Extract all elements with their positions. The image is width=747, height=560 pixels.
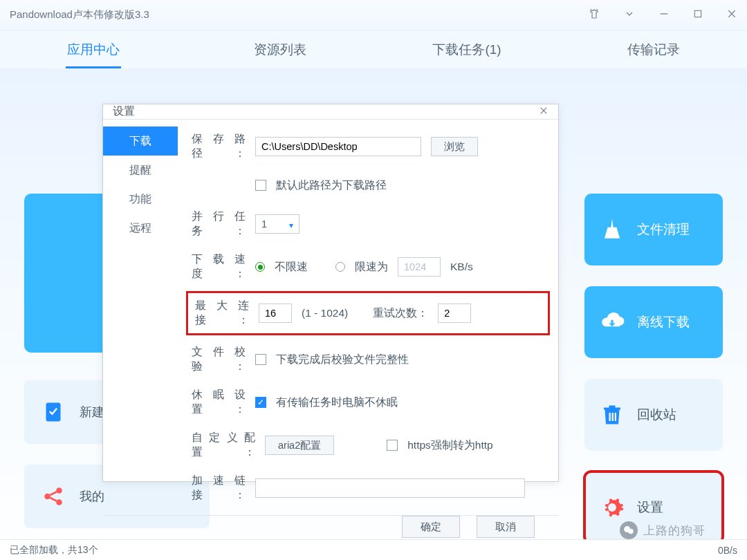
browse-button[interactable]: 浏览 xyxy=(431,137,478,156)
file-clean-card[interactable]: 文件清理 xyxy=(584,194,723,265)
dialog-header: 设置 xyxy=(103,104,558,120)
speed-limit-radio[interactable] xyxy=(335,262,345,272)
accel-label: 加速链接： xyxy=(192,474,246,503)
tab-download-tasks[interactable]: 下载任务(1) xyxy=(374,41,560,59)
chevron-down-icon[interactable] xyxy=(624,8,635,22)
minimize-icon[interactable] xyxy=(658,8,670,22)
https-text: https强制转为http xyxy=(407,438,492,453)
file-clean-label: 文件清理 xyxy=(637,221,690,239)
highlighted-row: 最大连接： (1 - 1024) 重试次数： xyxy=(186,291,550,335)
side-tab-function[interactable]: 功能 xyxy=(103,185,178,214)
aria2-button[interactable]: aria2配置 xyxy=(265,436,334,455)
side-tab-download[interactable]: 下载 xyxy=(103,127,178,156)
svg-point-4 xyxy=(56,499,62,505)
verify-text: 下载完成后校验文件完整性 xyxy=(276,353,409,367)
dialog-close-icon[interactable] xyxy=(539,106,548,118)
cancel-button[interactable]: 取消 xyxy=(477,516,535,538)
side-tab-remote[interactable]: 远程 xyxy=(103,214,178,243)
ok-button[interactable]: 确定 xyxy=(402,516,460,538)
status-left: 已全部加载，共13个 xyxy=(10,544,98,557)
tab-transfer-log[interactable]: 传输记录 xyxy=(560,41,747,59)
verify-label: 文件校验： xyxy=(192,345,246,374)
window-title: Pandownload卢本伟修改版3.3 xyxy=(10,8,149,21)
offline-dl-label: 离线下载 xyxy=(637,313,690,331)
accel-input[interactable] xyxy=(255,478,525,498)
speed-label: 下载速度： xyxy=(192,252,246,281)
maxconn-label: 最大连接： xyxy=(195,299,249,328)
parallel-label: 并行任务： xyxy=(192,209,246,239)
custom-label: 自定义配置： xyxy=(192,431,255,460)
watermark: 上路的狗哥 xyxy=(620,521,706,539)
speed-limit-label: 限速为 xyxy=(355,260,388,274)
gear-icon xyxy=(598,494,626,521)
maxconn-range: (1 - 1024) xyxy=(302,307,348,319)
sleep-label: 休眠设置： xyxy=(192,388,246,417)
speed-limit-input[interactable] xyxy=(398,257,441,277)
wechat-icon xyxy=(620,521,638,539)
svg-rect-0 xyxy=(694,10,701,17)
default-path-checkbox[interactable] xyxy=(255,180,266,191)
clipboard-icon xyxy=(41,400,66,424)
settings-panel: 保存路径： 浏览 默认此路径为下载路径 并行任务： 1 下载速度： 不限速 限速… xyxy=(178,120,558,515)
watermark-text: 上路的狗哥 xyxy=(643,523,706,539)
dialog-footer: 确定 取消 xyxy=(103,515,558,538)
svg-point-2 xyxy=(44,494,50,500)
tab-resource-list[interactable]: 资源列表 xyxy=(187,41,374,59)
verify-checkbox[interactable] xyxy=(255,354,266,365)
speed-unit: KB/s xyxy=(450,261,473,273)
statusbar: 已全部加载，共13个 0B/s xyxy=(0,539,747,560)
default-path-label: 默认此路径为下载路径 xyxy=(276,178,387,193)
maximize-icon[interactable] xyxy=(693,9,703,21)
main-tabs: 应用中心 资源列表 下载任务(1) 传输记录 xyxy=(0,30,747,69)
sleep-text: 有传输任务时电脑不休眠 xyxy=(276,395,398,410)
broom-icon xyxy=(598,216,626,243)
settings-side-tabs: 下载 提醒 功能 远程 xyxy=(103,120,178,515)
trash-icon xyxy=(598,401,626,429)
retry-input[interactable] xyxy=(438,304,471,323)
status-speed: 0B/s xyxy=(718,545,737,556)
maxconn-input[interactable] xyxy=(259,304,292,323)
speed-unlimited-label: 不限速 xyxy=(275,260,308,274)
shirt-icon[interactable] xyxy=(588,8,600,23)
save-path-input[interactable] xyxy=(255,137,421,156)
save-path-label: 保存路径： xyxy=(192,132,246,161)
recycle-card[interactable]: 回收站 xyxy=(584,379,723,451)
settings-label: 设置 xyxy=(637,498,663,516)
sleep-checkbox[interactable]: ✓ xyxy=(255,397,266,408)
close-icon[interactable] xyxy=(726,8,737,22)
tab-app-center[interactable]: 应用中心 xyxy=(0,41,187,59)
recycle-label: 回收站 xyxy=(637,406,676,424)
titlebar: Pandownload卢本伟修改版3.3 xyxy=(0,0,747,30)
window-controls xyxy=(588,8,737,23)
share-icon xyxy=(41,484,66,509)
side-tab-remind[interactable]: 提醒 xyxy=(103,156,178,185)
offline-download-card[interactable]: 离线下载 xyxy=(584,286,723,358)
my-label: 我的 xyxy=(80,488,104,505)
retry-label: 重试次数： xyxy=(373,306,428,321)
parallel-select[interactable]: 1 xyxy=(255,214,299,234)
cloud-download-icon xyxy=(598,308,626,336)
speed-unlimited-radio[interactable] xyxy=(255,262,265,272)
https-checkbox[interactable] xyxy=(387,440,398,451)
dialog-title: 设置 xyxy=(113,104,135,119)
svg-point-6 xyxy=(628,529,634,534)
new-label: 新建 xyxy=(80,404,104,420)
settings-dialog: 设置 下载 提醒 功能 远程 保存路径： 浏览 默认此路径为下载路径 并行任务：… xyxy=(102,104,559,482)
svg-point-3 xyxy=(56,487,62,494)
